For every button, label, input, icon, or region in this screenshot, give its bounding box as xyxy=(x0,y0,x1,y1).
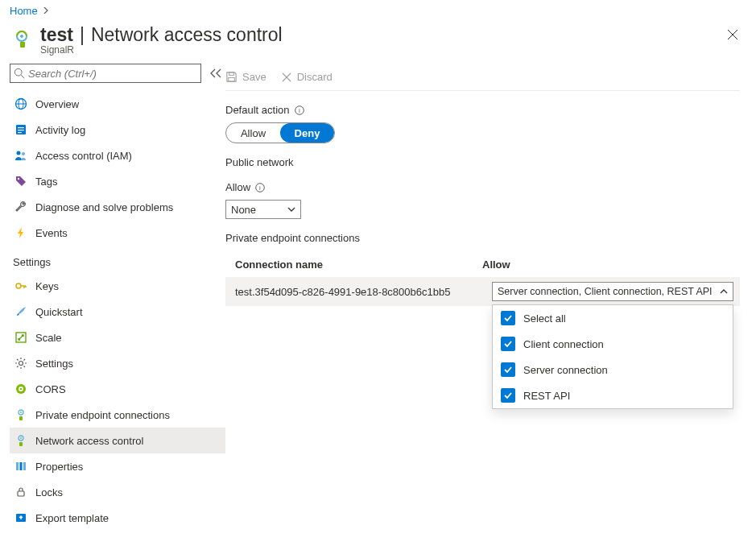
svg-rect-10 xyxy=(18,130,24,130)
svg-point-12 xyxy=(17,151,21,155)
search-icon xyxy=(14,68,25,79)
chevron-down-icon xyxy=(287,207,295,212)
tag-icon xyxy=(13,173,29,189)
chevron-up-icon xyxy=(720,289,728,294)
info-icon[interactable]: i xyxy=(255,183,265,192)
page-header: test | Network access control SignalR xyxy=(0,19,756,64)
private-endpoints-heading: Private endpoint connections xyxy=(225,232,740,244)
public-allow-label: Allow i xyxy=(225,181,740,193)
svg-rect-30 xyxy=(16,462,19,470)
svg-point-25 xyxy=(20,412,22,413)
svg-text:i: i xyxy=(299,107,300,114)
nav-export-template[interactable]: Export template xyxy=(10,505,225,531)
toolbar: Save Discard xyxy=(225,64,740,91)
nav-properties[interactable]: Properties xyxy=(10,453,225,479)
default-action-allow[interactable]: Allow xyxy=(226,123,280,143)
nav-private-endpoint[interactable]: Private endpoint connections xyxy=(10,402,225,428)
svg-point-14 xyxy=(18,178,19,180)
nav-activity-log[interactable]: Activity log xyxy=(10,117,225,143)
allow-option-server-connection[interactable]: Server connection xyxy=(493,357,733,383)
svg-line-4 xyxy=(21,75,24,78)
nav-diagnose[interactable]: Diagnose and solve problems xyxy=(10,194,225,220)
svg-rect-29 xyxy=(19,442,23,446)
gear-icon xyxy=(13,355,29,371)
collapse-sidebar-icon[interactable] xyxy=(206,68,225,78)
public-network-heading: Public network xyxy=(225,156,740,168)
svg-point-28 xyxy=(20,437,22,439)
svg-point-3 xyxy=(14,68,22,76)
checkbox-checked-icon xyxy=(501,362,515,377)
nav-network-access-control[interactable]: Network access control xyxy=(10,428,225,453)
people-icon xyxy=(13,147,29,163)
lightning-icon xyxy=(13,225,29,241)
nav-tags[interactable]: Tags xyxy=(10,168,225,194)
svg-point-20 xyxy=(19,362,23,366)
nav-overview[interactable]: Overview xyxy=(10,91,225,117)
save-button[interactable]: Save xyxy=(225,71,266,83)
endpoint-icon xyxy=(13,407,29,423)
svg-point-15 xyxy=(16,283,21,288)
svg-rect-36 xyxy=(229,77,235,81)
nav-cors[interactable]: CORS xyxy=(10,376,225,402)
breadcrumb: Home xyxy=(0,0,756,19)
svg-rect-32 xyxy=(23,462,26,470)
svg-point-23 xyxy=(20,388,23,391)
allow-option-select-all[interactable]: Select all xyxy=(493,305,733,331)
cors-icon xyxy=(13,381,29,397)
default-action-toggle[interactable]: Allow Deny xyxy=(225,122,335,143)
default-action-label: Default action i xyxy=(225,104,740,116)
connection-name-cell: test.3f54d095-c826-4991-9e18-8c800b6c1bb… xyxy=(235,286,492,298)
checkbox-checked-icon xyxy=(501,337,515,351)
log-icon xyxy=(13,122,29,138)
svg-rect-2 xyxy=(20,42,25,48)
export-icon xyxy=(13,510,29,526)
save-icon xyxy=(225,71,238,83)
nav-access-control[interactable]: Access control (IAM) xyxy=(10,143,225,168)
nav-locks[interactable]: Locks xyxy=(10,479,225,505)
scale-icon xyxy=(13,329,29,345)
svg-text:i: i xyxy=(259,184,261,192)
lock-icon xyxy=(13,484,29,500)
properties-icon xyxy=(13,458,29,474)
discard-icon xyxy=(281,72,292,83)
info-icon[interactable]: i xyxy=(295,105,304,115)
main-content: Save Discard Default action i Allow Deny xyxy=(225,64,756,531)
svg-rect-9 xyxy=(18,127,24,128)
globe-icon xyxy=(13,96,29,112)
network-access-icon xyxy=(13,432,29,449)
rocket-icon xyxy=(13,304,29,320)
page-subtitle: SignalR xyxy=(40,44,727,56)
allow-option-rest-api[interactable]: REST API xyxy=(493,383,733,408)
checkbox-checked-icon xyxy=(501,311,515,325)
discard-button[interactable]: Discard xyxy=(281,71,333,83)
nav-events[interactable]: Events xyxy=(10,220,225,246)
close-icon[interactable] xyxy=(727,29,740,42)
svg-rect-26 xyxy=(19,416,23,420)
sidebar: Overview Activity log Access control (IA… xyxy=(0,64,225,531)
allow-option-client-connection[interactable]: Client connection xyxy=(493,331,733,357)
table-header: Connection name Allow xyxy=(225,252,740,277)
page-title: test | Network access control xyxy=(40,24,727,46)
allow-dropdown-popup: Select all Client connection Server conn… xyxy=(492,304,733,409)
nav-scale[interactable]: Scale xyxy=(10,325,225,350)
search-input[interactable] xyxy=(10,64,201,83)
nav-group-settings: Settings xyxy=(10,250,225,273)
key-icon xyxy=(13,278,29,294)
nav-keys[interactable]: Keys xyxy=(10,273,225,299)
nav-quickstart[interactable]: Quickstart xyxy=(10,299,225,325)
svg-point-13 xyxy=(22,152,25,155)
table-row: test.3f54d095-c826-4991-9e18-8c800b6c1bb… xyxy=(225,277,740,306)
signalr-icon xyxy=(11,29,32,50)
svg-rect-31 xyxy=(20,462,23,470)
chevron-right-icon xyxy=(43,7,49,14)
public-allow-select[interactable]: None xyxy=(225,200,301,219)
nav-settings[interactable]: Settings xyxy=(10,350,225,376)
svg-rect-11 xyxy=(18,132,22,133)
checkbox-checked-icon xyxy=(501,388,515,403)
default-action-deny[interactable]: Deny xyxy=(280,123,334,143)
allow-dropdown[interactable]: Server connection, Client connection, RE… xyxy=(492,282,733,301)
wrench-icon xyxy=(13,199,29,215)
breadcrumb-home[interactable]: Home xyxy=(10,5,38,17)
svg-point-1 xyxy=(20,35,23,38)
svg-rect-33 xyxy=(18,491,24,496)
